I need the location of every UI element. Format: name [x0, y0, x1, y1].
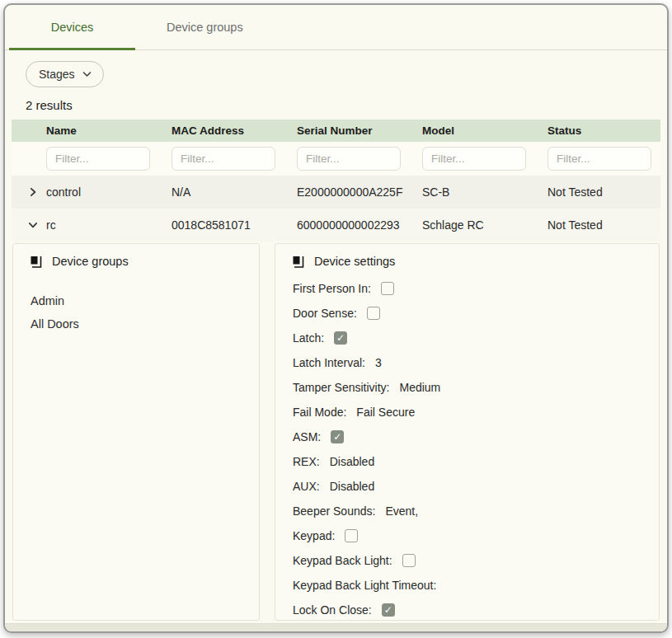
setting-label: Keypad Back Light: — [293, 554, 392, 567]
setting-label: REX: — [293, 455, 320, 468]
results-count: 2 results — [26, 98, 667, 112]
filter-input-status[interactable] — [547, 147, 651, 171]
setting-row: Beeper Sounds: Event, — [293, 499, 641, 523]
setting-label: Keypad: — [293, 529, 335, 542]
setting-checkbox[interactable] — [402, 554, 416, 567]
setting-row: Keypad Back Light Timeout: — [293, 573, 641, 598]
column-header-mac-address: MAC Address — [172, 124, 297, 137]
setting-checkbox[interactable] — [367, 307, 380, 320]
setting-label: Lock On Close: — [293, 603, 372, 617]
tab-devices[interactable]: Devices — [9, 5, 135, 49]
setting-label: ASM: — [293, 430, 321, 443]
cell-name: rc — [46, 218, 172, 232]
filter-input-model[interactable] — [422, 147, 526, 171]
filter-row — [12, 142, 660, 176]
table-header-row: Name MAC Address Serial Number Model Sta… — [12, 120, 660, 142]
table-rows: control N/A E2000000000A225F SC-B Not Te… — [12, 176, 660, 242]
setting-row: AUX: Disabled — [293, 474, 641, 499]
cell-mac-address: 0018C8581071 — [172, 218, 297, 232]
column-header-name: Name — [46, 124, 172, 137]
table-row[interactable]: rc 0018C8581071 6000000000002293 Schlage… — [12, 209, 660, 242]
row-expander-chevron-icon[interactable] — [28, 187, 38, 197]
setting-value: Fail Secure — [356, 406, 415, 419]
setting-label: Fail Mode: — [293, 406, 346, 419]
device-groups-title-label: Device groups — [52, 255, 129, 268]
setting-label: AUX: — [293, 480, 320, 493]
cell-name: control — [46, 185, 172, 199]
filter-input-mac-address[interactable] — [172, 147, 275, 171]
setting-checkbox[interactable] — [381, 282, 394, 295]
setting-value: 3 — [375, 356, 382, 369]
chevron-down-icon — [82, 71, 92, 77]
setting-label: Beeper Sounds: — [293, 504, 375, 518]
setting-label: Latch Interval: — [293, 356, 365, 369]
setting-row: Latch Interval: 3 — [293, 350, 641, 375]
tab-device-groups-label: Device groups — [167, 21, 243, 34]
setting-row: Latch: — [293, 326, 641, 350]
tab-device-groups[interactable]: Device groups — [135, 5, 275, 49]
table-row[interactable]: control N/A E2000000000A225F SC-B Not Te… — [12, 176, 660, 209]
horizontal-scrollbar[interactable] — [5, 623, 667, 631]
setting-row: Fail Mode: Fail Secure — [293, 400, 641, 425]
setting-checkbox[interactable] — [345, 529, 358, 542]
setting-row: Door Sense: — [293, 301, 641, 326]
cell-mac-address: N/A — [172, 185, 297, 199]
door-icon — [31, 256, 42, 268]
cell-status: Not Tested — [547, 185, 660, 199]
setting-row: Keypad: — [293, 523, 641, 548]
device-manager-window: Devices Device groups Stages 2 results N… — [3, 3, 669, 633]
setting-value: Disabled — [330, 455, 374, 468]
setting-value: Medium — [399, 381, 440, 394]
filter-input-serial-number[interactable] — [297, 147, 401, 171]
cell-model: SC-B — [422, 185, 547, 199]
setting-value: Disabled — [330, 480, 374, 493]
device-group-item: All Doors — [31, 312, 242, 335]
setting-row: ASM: — [293, 425, 641, 449]
expanded-row-detail: Device groups Admin All Doors Device set… — [5, 243, 667, 621]
door-icon — [293, 256, 304, 268]
device-groups-list: Admin All Doors — [31, 289, 242, 335]
tab-devices-label: Devices — [51, 21, 94, 34]
setting-label: Door Sense: — [293, 307, 357, 320]
device-settings-list: First Person In: Door Sense: Latch: Latc… — [293, 276, 641, 621]
stages-dropdown[interactable]: Stages — [26, 61, 104, 87]
filter-input-name[interactable] — [46, 147, 150, 171]
cell-serial-number: E2000000000A225F — [297, 185, 422, 199]
device-groups-panel: Device groups Admin All Doors — [12, 243, 260, 621]
column-header-status: Status — [547, 124, 660, 137]
device-settings-panel-title: Device settings — [293, 255, 641, 268]
column-header-serial-number: Serial Number — [297, 124, 422, 137]
devices-table: Name MAC Address Serial Number Model Sta… — [12, 120, 660, 242]
cell-status: Not Tested — [547, 218, 660, 232]
setting-label: Latch: — [293, 331, 324, 345]
setting-row: Keypad Back Light: — [293, 548, 641, 573]
cell-model: Schlage RC — [422, 218, 547, 232]
setting-label: Tamper Sensitivity: — [293, 381, 389, 394]
device-group-item: Admin — [31, 289, 242, 312]
setting-row: REX: Disabled — [293, 449, 641, 474]
setting-row: First Person In: — [293, 276, 641, 301]
setting-row: Tamper Sensitivity: Medium — [293, 375, 641, 400]
cell-serial-number: 6000000000002293 — [297, 218, 422, 232]
device-groups-panel-title: Device groups — [31, 255, 242, 268]
column-header-model: Model — [422, 124, 547, 137]
device-settings-panel: Device settings First Person In: Door Se… — [275, 243, 660, 621]
stages-dropdown-label: Stages — [39, 68, 75, 81]
setting-row: Lock On Close: — [293, 598, 641, 621]
setting-checkbox[interactable] — [331, 430, 344, 443]
setting-checkbox[interactable] — [334, 331, 347, 345]
setting-label: Keypad Back Light Timeout: — [293, 579, 436, 592]
row-expander-chevron-icon[interactable] — [28, 220, 38, 230]
setting-checkbox[interactable] — [382, 603, 395, 617]
setting-value: Event, — [385, 504, 418, 518]
device-settings-title-label: Device settings — [314, 255, 395, 268]
setting-label: First Person In: — [293, 282, 371, 295]
tab-bar: Devices Device groups — [5, 5, 667, 50]
